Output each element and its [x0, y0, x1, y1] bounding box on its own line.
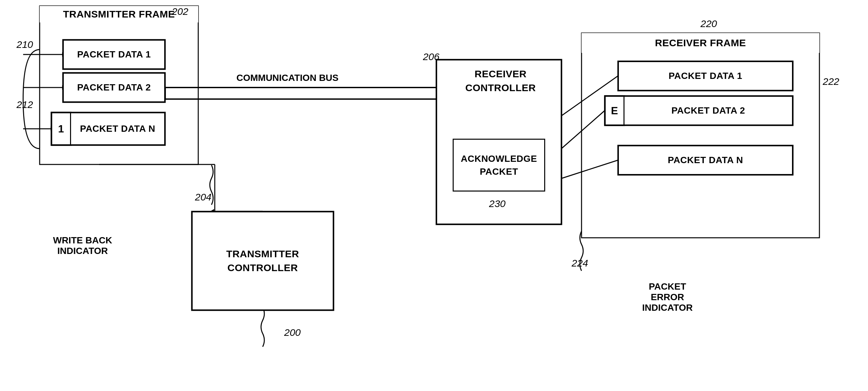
ref-222: 222: [823, 76, 839, 87]
ref-230: 230: [489, 198, 505, 209]
n-cell-label: 1: [58, 123, 64, 135]
n-cell: 1: [51, 112, 71, 145]
packet-data-n-rx: PACKET DATA N: [618, 145, 793, 175]
packet-data-2-rx-label: PACKET DATA 2: [672, 105, 745, 116]
packet-data-2-tx: PACKET DATA 2: [63, 73, 165, 102]
write-back-indicator-label: WRITE BACK INDICATOR: [33, 225, 132, 256]
e-cell: E: [604, 96, 624, 126]
packet-data-1-tx: PACKET DATA 1: [63, 40, 165, 69]
ref-204: 204: [195, 192, 212, 203]
ref-212: 212: [17, 99, 33, 110]
ref-200: 200: [284, 327, 301, 338]
communication-bus-text: COMMUNICATION BUS: [236, 73, 338, 83]
transmitter-frame-label: TRANSMITTER FRAME: [63, 8, 175, 20]
communication-bus-label: COMMUNICATION BUS: [231, 73, 344, 83]
diagram: TRANSMITTER FRAME PACKET DATA 1 PACKET D…: [0, 0, 868, 391]
packet-data-2-rx: PACKET DATA 2: [624, 96, 793, 126]
e-cell-label: E: [611, 105, 618, 117]
ref-202: 202: [172, 6, 188, 17]
packet-data-n-tx-label: PACKET DATA N: [80, 124, 155, 134]
acknowledge-packet-label: ACKNOWLEDGE PACKET: [461, 152, 537, 178]
ref-206: 206: [423, 51, 439, 62]
packet-error-indicator-label: PACKET ERROR INDICATOR: [618, 271, 717, 313]
packet-data-n-rx-label: PACKET DATA N: [668, 155, 743, 165]
receiver-frame-box: RECEIVER FRAME: [582, 33, 819, 53]
receiver-frame-label: RECEIVER FRAME: [655, 37, 746, 48]
acknowledge-packet-box: ACKNOWLEDGE PACKET: [453, 139, 545, 192]
packet-data-1-rx-label: PACKET DATA 1: [669, 71, 742, 81]
transmitter-controller-label: TRANSMITTER CONTROLLER: [193, 247, 333, 275]
packet-data-1-rx: PACKET DATA 1: [618, 61, 793, 91]
packet-error-indicator-text: PACKET ERROR INDICATOR: [642, 281, 693, 313]
ref-220: 220: [701, 18, 717, 29]
svg-line-30: [562, 160, 618, 178]
ref-224: 224: [571, 258, 588, 269]
packet-data-n-tx: PACKET DATA N: [71, 112, 165, 145]
write-back-indicator-text: WRITE BACK INDICATOR: [53, 235, 112, 256]
receiver-controller-label: RECEIVER CONTROLLER: [465, 67, 536, 95]
packet-data-1-tx-label: PACKET DATA 1: [77, 49, 151, 60]
ref-210: 210: [17, 39, 33, 50]
transmitter-controller-box: TRANSMITTER CONTROLLER: [192, 211, 334, 311]
packet-data-2-tx-label: PACKET DATA 2: [77, 82, 151, 93]
